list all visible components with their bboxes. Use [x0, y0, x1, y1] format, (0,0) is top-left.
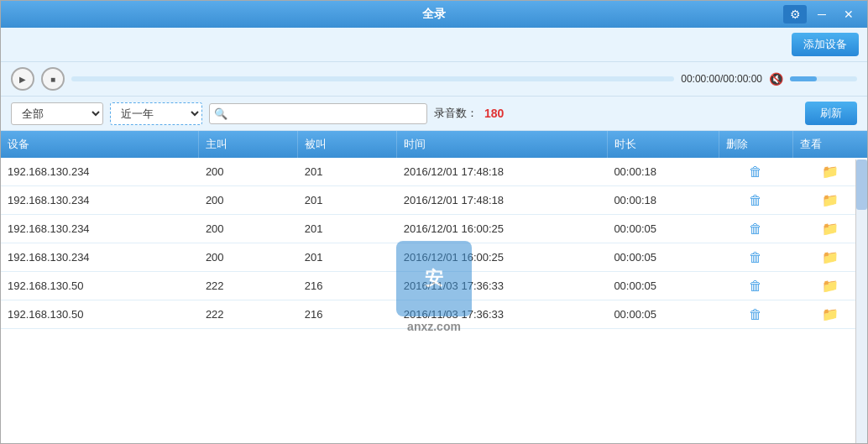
cell-callee: 201 — [298, 243, 397, 272]
category-select[interactable]: 全部 — [11, 102, 103, 125]
cell-duration: 00:00:18 — [607, 186, 719, 215]
cell-delete[interactable]: 🗑 — [719, 186, 792, 215]
close-button[interactable]: ✕ — [837, 5, 860, 24]
table-row: 192.168.130.234 200 201 2016/12/01 17:48… — [1, 186, 867, 215]
col-header-duration: 时长 — [607, 131, 719, 158]
cell-callee: 201 — [298, 215, 397, 243]
scrollbar-track[interactable] — [855, 159, 867, 443]
delete-icon[interactable]: 🗑 — [749, 279, 762, 293]
cell-device: 192.168.130.234 — [1, 243, 199, 272]
folder-icon[interactable]: 📁 — [822, 222, 839, 236]
volume-fill — [790, 76, 817, 81]
cell-callee: 201 — [298, 158, 397, 186]
col-header-view: 查看 — [793, 131, 868, 158]
window-controls: ⚙ ─ ✕ — [783, 5, 860, 24]
records-table: 设备 主叫 被叫 时间 时长 删除 查看 192.168.130.234 200… — [1, 131, 867, 329]
table-row: 192.168.130.50 222 216 2016/11/03 17:36:… — [1, 300, 867, 329]
time-display: 00:00:00/00:00:00 — [681, 73, 762, 85]
delete-icon[interactable]: 🗑 — [749, 250, 762, 264]
folder-icon[interactable]: 📁 — [822, 279, 839, 293]
cell-time: 2016/11/03 17:36:33 — [397, 300, 608, 329]
delete-icon[interactable]: 🗑 — [749, 193, 762, 207]
cell-delete[interactable]: 🗑 — [719, 272, 792, 300]
search-icon: 🔍 — [214, 107, 227, 120]
volume-icon: 🔇 — [769, 72, 783, 86]
record-count-value: 180 — [484, 107, 504, 120]
folder-icon[interactable]: 📁 — [822, 250, 839, 264]
cell-caller: 222 — [199, 272, 298, 300]
table-header-row: 设备 主叫 被叫 时间 时长 删除 查看 — [1, 131, 867, 158]
col-header-delete: 删除 — [719, 131, 792, 158]
table-wrapper: 设备 主叫 被叫 时间 时长 删除 查看 192.168.130.234 200… — [1, 131, 867, 443]
cell-time: 2016/11/03 17:36:33 — [397, 272, 608, 300]
col-header-callee: 被叫 — [298, 131, 397, 158]
cell-duration: 00:00:05 — [607, 300, 719, 329]
folder-icon[interactable]: 📁 — [822, 193, 839, 207]
cell-callee: 216 — [298, 272, 397, 300]
period-select[interactable]: 近一年 — [110, 102, 202, 125]
stop-button[interactable] — [41, 67, 65, 91]
delete-icon[interactable]: 🗑 — [749, 165, 762, 179]
cell-device: 192.168.130.234 — [1, 186, 199, 215]
title-bar: 全录 ⚙ ─ ✕ — [1, 1, 867, 28]
add-device-button[interactable]: 添加设备 — [792, 33, 859, 56]
cell-delete[interactable]: 🗑 — [719, 300, 792, 329]
cell-delete[interactable]: 🗑 — [719, 158, 792, 186]
col-header-caller: 主叫 — [199, 131, 298, 158]
cell-device: 192.168.130.50 — [1, 300, 199, 329]
device-toolbar: 添加设备 — [1, 28, 867, 62]
refresh-button[interactable]: 刷新 — [805, 102, 857, 125]
cell-caller: 200 — [199, 215, 298, 243]
cell-device: 192.168.130.234 — [1, 158, 199, 186]
cell-duration: 00:00:05 — [607, 243, 719, 272]
cell-caller: 200 — [199, 186, 298, 215]
progress-track[interactable] — [71, 76, 674, 81]
cell-device: 192.168.130.234 — [1, 215, 199, 243]
table-row: 192.168.130.50 222 216 2016/11/03 17:36:… — [1, 272, 867, 300]
cell-callee: 216 — [298, 300, 397, 329]
player-bar: 00:00:00/00:00:00 🔇 — [1, 62, 867, 97]
minimize-button[interactable]: ─ — [810, 5, 834, 24]
cell-time: 2016/12/01 17:48:18 — [397, 186, 608, 215]
cell-callee: 201 — [298, 186, 397, 215]
cell-delete[interactable]: 🗑 — [719, 215, 792, 243]
window-title: 全录 — [422, 7, 446, 22]
delete-icon[interactable]: 🗑 — [749, 307, 762, 321]
cell-duration: 00:00:05 — [607, 215, 719, 243]
col-header-device: 设备 — [1, 131, 199, 158]
cell-caller: 200 — [199, 158, 298, 186]
table-row: 192.168.130.234 200 201 2016/12/01 17:48… — [1, 158, 867, 186]
table-row: 192.168.130.234 200 201 2016/12/01 16:00… — [1, 243, 867, 272]
cell-device: 192.168.130.50 — [1, 272, 199, 300]
delete-icon[interactable]: 🗑 — [749, 222, 762, 236]
cell-time: 2016/12/01 17:48:18 — [397, 158, 608, 186]
cell-time: 2016/12/01 16:00:25 — [397, 215, 608, 243]
folder-icon[interactable]: 📁 — [822, 307, 839, 321]
table-row: 192.168.130.234 200 201 2016/12/01 16:00… — [1, 215, 867, 243]
scrollbar-thumb[interactable] — [856, 159, 867, 210]
cell-caller: 222 — [199, 300, 298, 329]
settings-button[interactable]: ⚙ — [783, 5, 807, 24]
search-wrap: 🔍 — [209, 103, 427, 124]
record-count-label: 录音数： — [434, 106, 478, 121]
cell-caller: 200 — [199, 243, 298, 272]
play-button[interactable] — [11, 67, 34, 91]
cell-duration: 00:00:05 — [607, 272, 719, 300]
search-input[interactable] — [209, 103, 427, 124]
filter-bar: 全部 近一年 🔍 录音数： 180 刷新 — [1, 97, 867, 131]
folder-icon[interactable]: 📁 — [822, 165, 839, 179]
main-window: 全录 ⚙ ─ ✕ 添加设备 00:00:00/00:00:00 🔇 全部 近一年… — [0, 0, 868, 444]
cell-delete[interactable]: 🗑 — [719, 243, 792, 272]
volume-track[interactable] — [790, 76, 857, 81]
cell-duration: 00:00:18 — [607, 158, 719, 186]
cell-time: 2016/12/01 16:00:25 — [397, 243, 608, 272]
col-header-time: 时间 — [397, 131, 608, 158]
